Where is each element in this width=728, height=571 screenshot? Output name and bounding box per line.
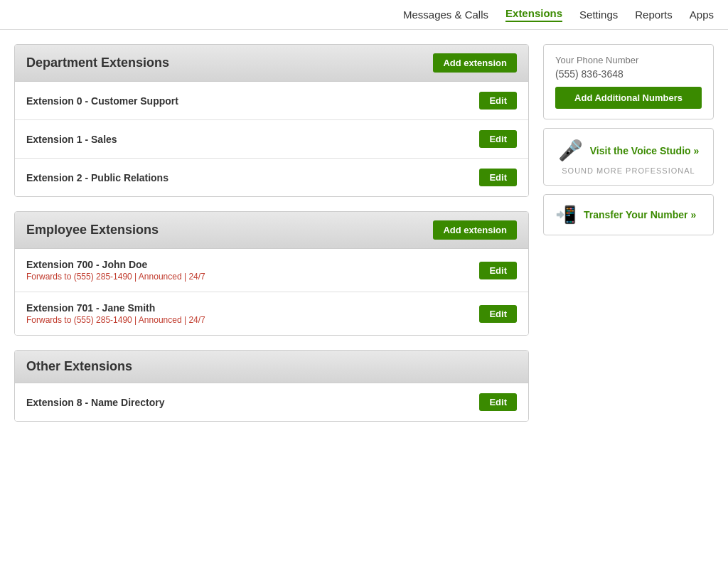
table-row: Extension 1 - Sales Edit <box>15 120 528 159</box>
voice-studio-link[interactable]: Visit the Voice Studio » <box>590 145 700 156</box>
ext-row-sub: Forwards to (555) 285-1490 | Announced |… <box>26 272 205 282</box>
table-row: Extension 8 - Name Directory Edit <box>15 383 528 421</box>
ext-row-info: Extension 8 - Name Directory <box>26 397 165 408</box>
edit-extension-701-button[interactable]: Edit <box>479 305 517 323</box>
ext-row-info: Extension 700 - John Doe Forwards to (55… <box>26 259 205 282</box>
ext-row-name: Extension 1 - Sales <box>26 134 117 145</box>
voice-studio-card: 🎤 Visit the Voice Studio » SOUND MORE PR… <box>543 128 714 186</box>
table-row: Extension 701 - Jane Smith Forwards to (… <box>15 292 528 335</box>
ext-row-info: Extension 701 - Jane Smith Forwards to (… <box>26 302 205 325</box>
edit-extension-0-button[interactable]: Edit <box>479 92 517 110</box>
transfer-number-link[interactable]: Transfer Your Number » <box>584 209 696 220</box>
edit-extension-8-button[interactable]: Edit <box>479 393 517 411</box>
employee-extensions-header: Employee Extensions Add extension <box>15 212 528 249</box>
add-employee-extension-button[interactable]: Add extension <box>433 220 517 240</box>
nav-settings[interactable]: Settings <box>579 9 618 21</box>
left-column: Department Extensions Add extension Exte… <box>14 44 529 422</box>
nav-messages-calls[interactable]: Messages & Calls <box>403 9 488 21</box>
ext-row-name: Extension 700 - John Doe <box>26 259 205 270</box>
table-row: Extension 0 - Customer Support Edit <box>15 82 528 120</box>
phone-number-label: Your Phone Number <box>555 55 702 65</box>
ext-row-name: Extension 0 - Customer Support <box>26 95 178 107</box>
microphone-icon: 🎤 <box>558 139 583 162</box>
employee-extensions-section: Employee Extensions Add extension Extens… <box>14 211 529 336</box>
phone-number-card: Your Phone Number (555) 836-3648 Add Add… <box>543 44 714 119</box>
employee-extensions-title: Employee Extensions <box>26 223 159 238</box>
phone-number-value: (555) 836-3648 <box>555 68 702 80</box>
nav-extensions[interactable]: Extensions <box>505 7 562 22</box>
edit-extension-1-button[interactable]: Edit <box>479 130 517 148</box>
ext-row-info: Extension 1 - Sales <box>26 134 117 145</box>
nav-reports[interactable]: Reports <box>635 9 673 21</box>
ext-row-name: Extension 701 - Jane Smith <box>26 302 205 314</box>
add-department-extension-button[interactable]: Add extension <box>433 53 517 73</box>
department-extensions-section: Department Extensions Add extension Exte… <box>14 44 529 197</box>
transfer-number-card: 📲 Transfer Your Number » <box>543 194 714 235</box>
other-extensions-section: Other Extensions Extension 8 - Name Dire… <box>14 350 529 422</box>
ext-row-info: Extension 2 - Public Relations <box>26 172 168 183</box>
add-additional-numbers-button[interactable]: Add Additional Numbers <box>555 87 702 109</box>
ext-row-sub: Forwards to (555) 285-1490 | Announced |… <box>26 315 205 325</box>
voice-studio-sub: SOUND MORE PROFESSIONAL <box>562 166 695 175</box>
table-row: Extension 2 - Public Relations Edit <box>15 159 528 196</box>
ext-row-name: Extension 2 - Public Relations <box>26 172 168 183</box>
department-extensions-header: Department Extensions Add extension <box>15 45 528 82</box>
top-nav: Messages & Calls Extensions Settings Rep… <box>0 0 728 30</box>
transfer-icon: 📲 <box>555 205 577 225</box>
right-column: Your Phone Number (555) 836-3648 Add Add… <box>543 44 714 422</box>
voice-studio-row: 🎤 Visit the Voice Studio » <box>558 139 700 162</box>
table-row: Extension 700 - John Doe Forwards to (55… <box>15 249 528 292</box>
other-extensions-header: Other Extensions <box>15 351 528 383</box>
ext-row-name: Extension 8 - Name Directory <box>26 397 165 408</box>
main-content: Department Extensions Add extension Exte… <box>0 30 728 436</box>
other-extensions-title: Other Extensions <box>26 359 132 374</box>
edit-extension-700-button[interactable]: Edit <box>479 262 517 279</box>
edit-extension-2-button[interactable]: Edit <box>479 169 517 186</box>
department-extensions-title: Department Extensions <box>26 55 169 70</box>
nav-apps[interactable]: Apps <box>690 9 714 21</box>
ext-row-info: Extension 0 - Customer Support <box>26 95 178 107</box>
